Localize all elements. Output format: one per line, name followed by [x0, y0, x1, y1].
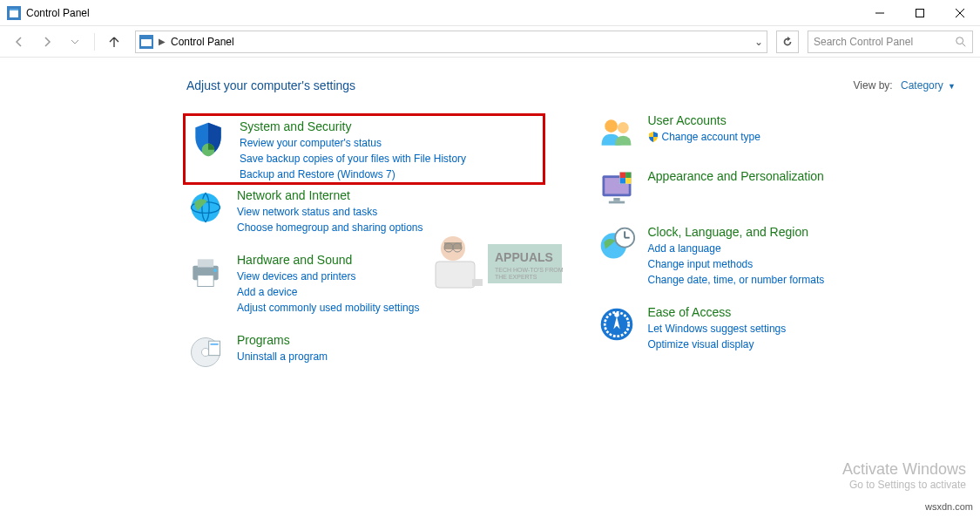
category-hardware-sound: Hardware and Sound View devices and prin… — [186, 253, 545, 316]
svg-point-23 — [617, 122, 628, 133]
breadcrumb-root[interactable]: Control Panel — [171, 36, 234, 48]
category-link[interactable]: Backup and Restore (Windows 7) — [240, 167, 466, 182]
printer-icon — [186, 253, 225, 291]
category-title[interactable]: Network and Internet — [237, 188, 422, 202]
view-by-control[interactable]: View by: Category ▼ — [854, 79, 956, 92]
refresh-button[interactable] — [776, 31, 799, 53]
globe-icon — [186, 188, 225, 227]
svg-rect-16 — [198, 276, 213, 287]
address-bar[interactable]: ▶ Control Panel ⌄ — [135, 31, 767, 53]
svg-rect-4 — [916, 9, 924, 17]
category-link[interactable]: Uninstall a program — [237, 349, 328, 364]
svg-rect-2 — [10, 9, 18, 10]
activate-windows-watermark: Activate Windows Go to Settings to activ… — [842, 460, 966, 491]
up-button[interactable] — [102, 30, 126, 54]
category-columns: System and Security Review your computer… — [186, 113, 956, 389]
category-title[interactable]: Programs — [237, 333, 328, 347]
back-button[interactable] — [7, 30, 31, 54]
source-watermark: wsxdn.com — [923, 501, 975, 512]
svg-point-12 — [192, 194, 220, 222]
category-programs: Programs Uninstall a program — [186, 333, 545, 371]
ease-of-access-icon — [598, 305, 636, 344]
close-button[interactable] — [940, 0, 980, 26]
category-link[interactable]: Let Windows suggest settings — [648, 321, 787, 337]
svg-rect-8 — [141, 39, 152, 46]
view-by-label: View by: — [854, 79, 893, 92]
category-title[interactable]: Hardware and Sound — [237, 253, 419, 267]
category-appearance: Appearance and Personalization — [598, 169, 956, 207]
category-network-internet: Network and Internet View network status… — [186, 188, 545, 235]
svg-point-39 — [614, 312, 619, 317]
forward-button[interactable] — [35, 30, 59, 54]
category-link[interactable]: View network status and tasks — [237, 204, 422, 220]
content-header: Adjust your computer's settings View by:… — [186, 78, 956, 92]
svg-point-22 — [605, 119, 618, 133]
svg-rect-27 — [608, 201, 624, 204]
svg-rect-26 — [613, 198, 619, 201]
control-panel-icon — [7, 6, 21, 20]
svg-point-9 — [956, 37, 963, 44]
monitor-icon — [598, 169, 636, 207]
chevron-right-icon: ▶ — [159, 37, 166, 46]
category-link[interactable]: Adjust commonly used mobility settings — [237, 300, 419, 316]
category-link[interactable]: Change input methods — [648, 256, 825, 272]
left-column: System and Security Review your computer… — [186, 113, 545, 389]
category-ease-of-access: Ease of Access Let Windows suggest setti… — [598, 305, 956, 352]
content-area: Adjust your computer's settings View by:… — [0, 58, 980, 389]
activate-line2: Go to Settings to activate — [842, 479, 966, 491]
svg-rect-20 — [209, 341, 220, 356]
svg-rect-29 — [619, 173, 625, 178]
category-link[interactable]: View devices and printers — [237, 269, 419, 284]
activate-line1: Activate Windows — [842, 460, 966, 479]
svg-rect-21 — [211, 344, 219, 345]
svg-point-17 — [213, 269, 217, 272]
svg-line-10 — [963, 43, 966, 46]
category-title[interactable]: Appearance and Personalization — [648, 169, 824, 183]
address-dropdown-icon[interactable]: ⌄ — [754, 36, 763, 48]
category-clock-language-region: Clock, Language, and Region Add a langua… — [598, 225, 956, 288]
uac-shield-icon — [648, 131, 659, 141]
svg-rect-32 — [625, 178, 631, 183]
category-title[interactable]: System and Security — [240, 119, 466, 133]
category-link[interactable]: Optimize visual display — [648, 337, 787, 352]
search-icon — [955, 36, 967, 48]
svg-rect-15 — [198, 259, 213, 267]
users-icon — [598, 113, 636, 152]
separator — [94, 33, 95, 51]
category-link[interactable]: Review your computer's status — [240, 135, 466, 151]
category-link[interactable]: Add a language — [648, 241, 825, 256]
category-link[interactable]: Save backup copies of your files with Fi… — [240, 151, 466, 167]
maximize-button[interactable] — [900, 0, 940, 26]
chevron-down-icon: ▼ — [948, 82, 956, 91]
control-panel-small-icon — [139, 35, 153, 49]
category-system-security: System and Security Review your computer… — [183, 113, 545, 185]
shield-icon — [189, 119, 227, 158]
svg-rect-31 — [619, 178, 625, 183]
titlebar: Control Panel — [0, 0, 980, 26]
minimize-button[interactable] — [860, 0, 900, 26]
svg-rect-30 — [625, 173, 631, 178]
category-user-accounts: User Accounts Change account type — [598, 113, 956, 152]
svg-point-19 — [201, 348, 209, 356]
category-link[interactable]: Add a device — [237, 284, 419, 300]
category-title[interactable]: Clock, Language, and Region — [648, 225, 825, 239]
category-link[interactable]: Change date, time, or number formats — [648, 272, 825, 288]
recent-dropdown[interactable] — [63, 30, 87, 54]
clock-globe-icon — [598, 225, 636, 263]
category-link[interactable]: Choose homegroup and sharing options — [237, 220, 422, 235]
navbar: ▶ Control Panel ⌄ Search Control Panel — [0, 26, 980, 58]
category-title[interactable]: Ease of Access — [648, 305, 787, 319]
view-by-value: Category — [901, 79, 943, 92]
category-title[interactable]: User Accounts — [648, 113, 760, 127]
search-placeholder: Search Control Panel — [814, 36, 955, 48]
window-title: Control Panel — [26, 7, 860, 19]
category-link[interactable]: Change account type — [648, 129, 760, 145]
right-column: User Accounts Change account type Appear… — [598, 113, 956, 389]
page-title: Adjust your computer's settings — [186, 78, 854, 92]
search-input[interactable]: Search Control Panel — [808, 31, 973, 53]
disc-icon — [186, 333, 225, 371]
